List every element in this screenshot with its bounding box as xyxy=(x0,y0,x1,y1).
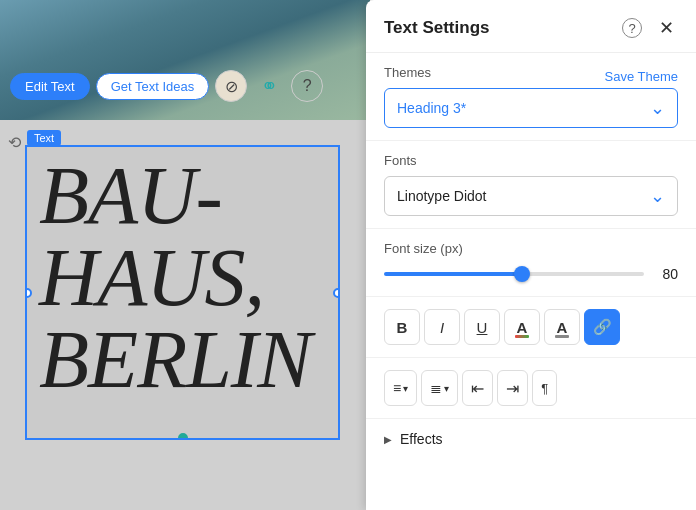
panel-close-button[interactable]: ✕ xyxy=(654,16,678,40)
font-chevron-icon: ⌄ xyxy=(650,185,665,207)
align-left-icon: ≡ xyxy=(393,380,401,396)
underline-icon: U xyxy=(477,319,488,336)
text-tag: Text xyxy=(27,130,61,146)
fonts-section: Fonts Linotype Didot ⌄ xyxy=(366,141,696,229)
panel-help-button[interactable]: ? xyxy=(620,16,644,40)
close-icon: ✕ xyxy=(659,17,674,39)
themes-section: Themes Save Theme Heading 3* ⌄ xyxy=(366,53,696,141)
resize-handle-right[interactable] xyxy=(333,288,340,298)
history-icon-button[interactable]: ⊘ xyxy=(215,70,247,102)
font-size-value: 80 xyxy=(654,266,678,282)
font-size-label: Font size (px) xyxy=(384,241,678,256)
text-color-button[interactable]: A xyxy=(504,309,540,345)
font-dropdown[interactable]: Linotype Didot ⌄ xyxy=(384,176,678,216)
text-highlight-icon: A xyxy=(557,319,568,336)
special-char-button[interactable]: ¶ xyxy=(532,370,557,406)
font-size-slider[interactable] xyxy=(384,264,644,284)
list-button[interactable]: ≣ ▾ xyxy=(421,370,458,406)
link-icon: ⚭ xyxy=(261,74,278,98)
panel-title: Text Settings xyxy=(384,18,489,38)
save-theme-button[interactable]: Save Theme xyxy=(605,69,678,84)
text-bg-color-button[interactable]: A xyxy=(544,309,580,345)
fonts-label: Fonts xyxy=(384,153,678,168)
effects-label: Effects xyxy=(400,431,443,447)
help-icon-button[interactable]: ? xyxy=(291,70,323,102)
align-left-button[interactable]: ≡ ▾ xyxy=(384,370,417,406)
history-icon: ⊘ xyxy=(225,77,238,96)
resize-handle-bottom[interactable] xyxy=(178,433,188,440)
undo-button[interactable]: ⟲ xyxy=(8,133,21,152)
canvas-area: Edit Text Get Text Ideas ⊘ ⚭ ? ⟲ Text BA… xyxy=(0,0,370,510)
special-char-icon: ¶ xyxy=(541,381,548,396)
panel-header: Text Settings ? ✕ xyxy=(366,0,696,53)
toolbar: Edit Text Get Text Ideas ⊘ ⚭ ? xyxy=(10,70,323,102)
link-icon-button[interactable]: ⚭ xyxy=(253,70,285,102)
italic-icon: I xyxy=(440,319,444,336)
font-size-section: Font size (px) 80 xyxy=(366,229,696,297)
align-section: ≡ ▾ ≣ ▾ ⇤ ⇥ ¶ xyxy=(366,358,696,419)
align-chevron-icon: ▾ xyxy=(403,383,408,394)
format-row: B I U A A 🔗 xyxy=(384,309,678,345)
effects-row[interactable]: ▶ Effects xyxy=(366,419,696,459)
canvas-text: BAU-HAUS,BERLIN xyxy=(27,147,338,409)
panel-header-icons: ? ✕ xyxy=(620,16,678,40)
list-icon: ≣ xyxy=(430,380,442,396)
image-strip xyxy=(0,0,370,120)
slider-track xyxy=(384,272,644,276)
theme-chevron-icon: ⌄ xyxy=(650,97,665,119)
list-chevron-icon: ▾ xyxy=(444,383,449,394)
get-text-ideas-button[interactable]: Get Text Ideas xyxy=(96,73,210,100)
font-value: Linotype Didot xyxy=(397,188,487,204)
indent-decrease-icon: ⇤ xyxy=(471,379,484,398)
themes-label: Themes xyxy=(384,65,431,80)
question-icon: ? xyxy=(303,77,312,95)
link-format-icon: 🔗 xyxy=(593,318,612,336)
right-panel: Text Settings ? ✕ Themes Save Theme Head… xyxy=(366,0,696,510)
bold-button[interactable]: B xyxy=(384,309,420,345)
indent-decrease-button[interactable]: ⇤ xyxy=(462,370,493,406)
slider-thumb[interactable] xyxy=(514,266,530,282)
indent-increase-button[interactable]: ⇥ xyxy=(497,370,528,406)
font-size-row: 80 xyxy=(384,264,678,284)
text-box[interactable]: BAU-HAUS,BERLIN xyxy=(25,145,340,440)
indent-increase-icon: ⇥ xyxy=(506,379,519,398)
text-color-icon: A xyxy=(517,319,528,336)
align-row: ≡ ▾ ≣ ▾ ⇤ ⇥ ¶ xyxy=(384,370,678,406)
link-format-button[interactable]: 🔗 xyxy=(584,309,620,345)
bold-icon: B xyxy=(397,319,408,336)
theme-dropdown[interactable]: Heading 3* ⌄ xyxy=(384,88,678,128)
panel-help-icon: ? xyxy=(622,18,642,38)
effects-expand-icon: ▶ xyxy=(384,434,392,445)
underline-button[interactable]: U xyxy=(464,309,500,345)
italic-button[interactable]: I xyxy=(424,309,460,345)
format-section: B I U A A 🔗 xyxy=(366,297,696,358)
theme-value: Heading 3* xyxy=(397,100,466,116)
themes-header-row: Themes Save Theme xyxy=(384,65,678,88)
edit-text-button[interactable]: Edit Text xyxy=(10,73,90,100)
